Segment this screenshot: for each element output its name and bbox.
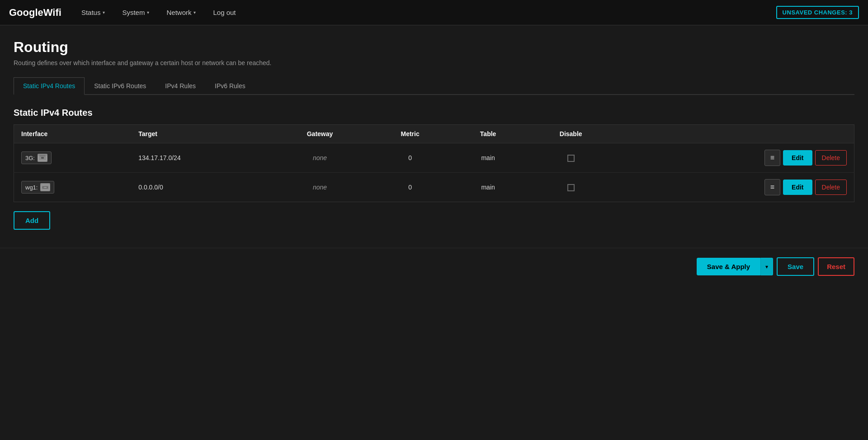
tab-static-ipv4-routes[interactable]: Static IPv4 Routes	[14, 77, 85, 95]
svg-rect-2	[41, 157, 44, 159]
footer-bar: Save & Apply ▾ Save Reset	[0, 248, 868, 285]
row2-menu-button[interactable]	[764, 179, 780, 195]
chevron-down-icon: ▾	[103, 10, 105, 15]
table-row: wg1: 0.0.0.0/0 none	[14, 173, 854, 202]
col-disable: Disable	[525, 125, 616, 143]
row1-edit-button[interactable]: Edit	[783, 150, 812, 166]
row2-actions: Edit Delete	[616, 173, 854, 202]
col-table: Table	[451, 125, 526, 143]
chevron-down-icon: ▾	[193, 10, 196, 15]
brand-logo: GoogleWifi	[9, 7, 61, 19]
row2-disable-checkbox[interactable]	[567, 184, 575, 191]
tab-bar: Static IPv4 Routes Static IPv6 Routes IP…	[14, 77, 854, 95]
save-apply-button[interactable]: Save & Apply	[697, 258, 760, 275]
table-row: 3G: 134.17.17.0/24 none 0	[14, 143, 854, 173]
row2-edit-button[interactable]: Edit	[783, 180, 812, 195]
row1-metric: 0	[369, 143, 451, 173]
add-route-button[interactable]: Add	[14, 211, 50, 230]
nav-logout[interactable]: Log out	[207, 5, 242, 20]
save-apply-group: Save & Apply ▾	[697, 258, 773, 275]
row1-delete-button[interactable]: Delete	[815, 150, 847, 166]
save-apply-dropdown-button[interactable]: ▾	[760, 258, 773, 275]
tab-ipv4-rules[interactable]: IPv4 Rules	[156, 77, 205, 95]
main-content: Routing Routing defines over which inter…	[0, 25, 868, 230]
col-metric: Metric	[369, 125, 451, 143]
row2-delete-button[interactable]: Delete	[815, 180, 847, 195]
save-button[interactable]: Save	[777, 257, 814, 276]
row1-gateway: none	[270, 143, 370, 173]
interface-badge-wg1: wg1:	[21, 181, 54, 194]
unsaved-changes-badge: UNSAVED CHANGES: 3	[776, 6, 859, 19]
row1-actions: Edit Delete	[616, 143, 854, 173]
col-actions	[616, 125, 854, 143]
col-target: Target	[131, 125, 270, 143]
menu-icon	[770, 184, 774, 191]
nav-status[interactable]: Status ▾	[75, 5, 112, 20]
section-title: Static IPv4 Routes	[14, 108, 854, 118]
row1-disable	[525, 143, 616, 173]
row2-disable	[525, 173, 616, 202]
row1-table: main	[451, 143, 526, 173]
col-gateway: Gateway	[270, 125, 370, 143]
routes-table: Interface Target Gateway Metric Table Di…	[14, 124, 854, 202]
nav-system[interactable]: System ▾	[116, 5, 156, 20]
col-interface: Interface	[14, 125, 132, 143]
page-title: Routing	[14, 39, 854, 56]
menu-icon	[770, 154, 774, 161]
row2-table: main	[451, 173, 526, 202]
nav-network[interactable]: Network ▾	[160, 5, 202, 20]
row1-disable-checkbox[interactable]	[567, 155, 575, 162]
tab-ipv6-rules[interactable]: IPv6 Rules	[205, 77, 255, 95]
chevron-down-icon: ▾	[147, 10, 149, 15]
row1-interface: 3G:	[14, 143, 132, 173]
reset-button[interactable]: Reset	[818, 257, 854, 276]
row2-target: 0.0.0.0/0	[131, 173, 270, 202]
navbar: GoogleWifi Status ▾ System ▾ Network ▾ L…	[0, 0, 868, 25]
network-icon	[38, 154, 47, 162]
row2-gateway: none	[270, 173, 370, 202]
page-description: Routing defines over which interface and…	[14, 59, 854, 66]
svg-point-6	[45, 187, 46, 188]
row2-interface: wg1:	[14, 173, 132, 202]
svg-rect-1	[39, 155, 46, 156]
interface-badge-3g: 3G:	[21, 151, 52, 164]
tab-static-ipv6-routes[interactable]: Static IPv6 Routes	[85, 77, 156, 95]
nav-items: Status ▾ System ▾ Network ▾ Log out	[75, 5, 776, 20]
network-icon	[40, 183, 50, 191]
row1-menu-button[interactable]	[764, 150, 780, 166]
chevron-down-icon: ▾	[765, 264, 768, 270]
row1-target: 134.17.17.0/24	[131, 143, 270, 173]
row2-metric: 0	[369, 173, 451, 202]
